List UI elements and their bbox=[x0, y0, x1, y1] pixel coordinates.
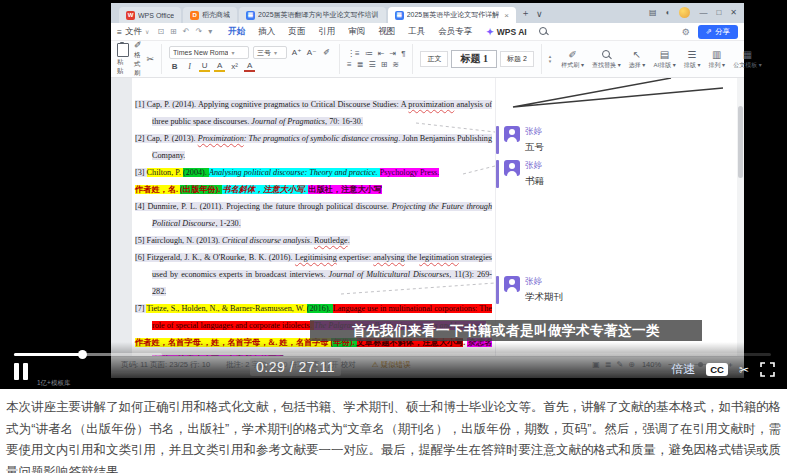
video-subtitle: 首先我们来看一下书籍或者是叫做学术专著这一类 bbox=[310, 320, 702, 341]
clear-format-icon[interactable]: ✐ bbox=[321, 48, 332, 57]
browser-tab[interactable]: WWPS Office bbox=[119, 7, 181, 23]
menu-tab-页面[interactable]: 页面 bbox=[288, 26, 305, 38]
windows-stack-icon[interactable]: ▤ bbox=[649, 8, 657, 17]
format-painter-button[interactable]: ✐ 格式刷 bbox=[134, 40, 142, 78]
superscript-button[interactable]: x² bbox=[229, 62, 240, 71]
tab-close-icon[interactable]: × bbox=[504, 11, 509, 20]
cut-icon[interactable]: ✂ bbox=[147, 54, 155, 64]
comment-text: 学术期刊 bbox=[525, 291, 563, 304]
video-player[interactable]: WWPS OfficeD稻壳商城≣2025届英语翻译方向毕业论文写作培训≣202… bbox=[0, 0, 787, 389]
search-icon[interactable] bbox=[539, 27, 547, 37]
align-center-icon[interactable]: ≣ bbox=[357, 60, 364, 69]
comment-card[interactable]: 张婷学术期刊 bbox=[496, 276, 563, 304]
chevron-down-icon: ▾ bbox=[231, 49, 234, 56]
browser-tab[interactable]: ≣2025届英语翻译方向毕业论文写作培训 bbox=[239, 7, 386, 23]
tab-list-dropdown-icon[interactable]: ∨ bbox=[536, 9, 543, 19]
doc-icon: ▤ bbox=[660, 49, 669, 60]
menu-tab-插入[interactable]: 插入 bbox=[258, 26, 275, 38]
reference-list: [1] Cap, P. (2014). Applying cognitive p… bbox=[135, 96, 492, 356]
comment-card[interactable]: 张婷五号 bbox=[496, 126, 544, 154]
lecture-summary-text: 本次讲座主要讲解了如何正确引用和格式化文献，包括书籍、学术期刊、硕士和博士毕业论… bbox=[0, 389, 787, 473]
align-left-icon[interactable]: ≡ bbox=[347, 60, 352, 69]
paste-label: 粘贴 bbox=[117, 58, 129, 76]
gear-icon[interactable]: ⚙ bbox=[682, 27, 690, 37]
redo-icon[interactable]: ↷ bbox=[195, 27, 202, 36]
menu-tab-引用[interactable]: 引用 bbox=[318, 26, 335, 38]
minimize-button[interactable]: — bbox=[699, 8, 707, 17]
maximize-button[interactable]: □ bbox=[716, 8, 721, 17]
tool-cursor[interactable]: ↖选择 ▾ bbox=[626, 49, 649, 70]
grow-font-button[interactable]: A⁺ bbox=[291, 48, 302, 57]
menu-tab-审阅[interactable]: 审阅 bbox=[348, 26, 365, 38]
progress-bar[interactable] bbox=[14, 353, 771, 356]
comments-panel-divider bbox=[495, 78, 496, 356]
menu-tab-工具[interactable]: 工具 bbox=[408, 26, 425, 38]
paragraph-mark-icon[interactable]: ¶ bbox=[401, 49, 405, 58]
browser-tab[interactable]: D稻壳商城 bbox=[183, 7, 237, 23]
menu-tab-视图[interactable]: 视图 bbox=[378, 26, 395, 38]
align-justify-icon[interactable]: ☰ bbox=[368, 60, 375, 69]
tool-pen[interactable]: ✐样式刷 ▾ bbox=[558, 49, 587, 70]
font-size-select[interactable]: 三号 ▾ bbox=[253, 46, 287, 59]
bullet-list-icon[interactable]: ⋮≡ bbox=[347, 49, 360, 58]
styles-scroll-arrows[interactable]: ▴▾ bbox=[549, 54, 552, 64]
print-icon[interactable]: ⊞ bbox=[170, 27, 177, 36]
underline-button[interactable]: U bbox=[199, 61, 210, 72]
clip-scissors-icon[interactable]: ✂ bbox=[739, 363, 749, 377]
menu-tab-开始[interactable]: 开始 bbox=[228, 26, 245, 38]
scrollbar-thumb[interactable] bbox=[738, 106, 743, 178]
editing-tools-group: ✐样式刷 ▾查找替换 ▾↖选择 ▾▤AI排版 ▾☰排版 ▾▥排列 ▾▦公文模板 … bbox=[558, 44, 771, 74]
style-preset[interactable]: 标题 1 bbox=[451, 50, 497, 68]
globe-icon[interactable]: ◐ bbox=[666, 8, 671, 17]
paste-button[interactable]: 粘贴 bbox=[117, 43, 129, 76]
shading-icon[interactable]: ⊞ bbox=[381, 60, 388, 69]
menu-tab-会员专享[interactable]: 会员专享 bbox=[438, 26, 472, 38]
layers-icon: ▥ bbox=[712, 49, 721, 60]
font-size-value: 三号 bbox=[257, 48, 271, 58]
pause-button[interactable] bbox=[14, 363, 28, 380]
tool-layers[interactable]: ▥排列 ▾ bbox=[705, 49, 728, 70]
font-name-value: Times New Roma bbox=[173, 49, 228, 56]
indent-icon[interactable]: ⇥ bbox=[389, 49, 396, 58]
playback-speed-button[interactable]: 倍速 bbox=[671, 361, 695, 378]
numbered-list-icon[interactable]: ≔ bbox=[365, 49, 373, 58]
playhead-knob[interactable] bbox=[78, 350, 87, 359]
tool-search[interactable]: 查找替换 ▾ bbox=[589, 49, 624, 70]
subtitles-cc-button[interactable]: CC bbox=[706, 363, 728, 376]
player-bottom-bar bbox=[0, 378, 787, 389]
comment-author: 张婷 bbox=[525, 160, 544, 172]
fullscreen-icon[interactable] bbox=[760, 362, 775, 377]
shrink-font-button[interactable]: A⁻ bbox=[306, 48, 317, 57]
wps-ai-menu[interactable]: ✦ WPS AI bbox=[486, 27, 526, 37]
save-icon[interactable]: ⊡ bbox=[157, 27, 164, 36]
chevron-down-icon: ▾ bbox=[274, 49, 277, 56]
highlight-color-button[interactable]: A bbox=[214, 61, 225, 72]
tool-label: 样式刷 ▾ bbox=[561, 61, 584, 70]
style-preset[interactable]: 正文 bbox=[420, 51, 448, 67]
close-button[interactable]: ✕ bbox=[730, 8, 737, 17]
lines-icon: ☰ bbox=[688, 49, 697, 60]
outdent-icon[interactable]: ⇤ bbox=[378, 49, 385, 58]
browser-tab[interactable]: ≣2025届英语毕业论文写作详解× bbox=[388, 7, 516, 23]
comment-author: 张婷 bbox=[525, 276, 563, 288]
share-button[interactable]: ⇗ 分享 bbox=[698, 25, 738, 39]
menu-bar: ≡ 文件 ∨ ⊡ ⊞ ↶ ↷ ▾ 开始插入页面引用审阅视图工具会员专享 ✦ WP… bbox=[111, 23, 744, 41]
font-color-button[interactable]: A bbox=[244, 61, 255, 72]
quick-access-toolbar: ⊡ ⊞ ↶ ↷ ▾ bbox=[157, 27, 212, 36]
bold-button[interactable]: B bbox=[169, 62, 180, 71]
new-tab-button[interactable]: ＋ bbox=[521, 7, 530, 20]
line-spacing-icon[interactable]: ≋ bbox=[392, 60, 399, 69]
tool-lines[interactable]: ☰排版 ▾ bbox=[681, 49, 704, 70]
undo-icon[interactable]: ↶ bbox=[183, 27, 190, 36]
tool-label: AI排版 ▾ bbox=[653, 61, 675, 70]
more-icon[interactable]: ▾ bbox=[208, 27, 212, 36]
vertical-scrollbar[interactable] bbox=[737, 78, 744, 356]
style-preset[interactable]: 标题 2 bbox=[500, 51, 534, 67]
file-menu[interactable]: ≡ 文件 ∨ bbox=[117, 26, 149, 38]
font-name-select[interactable]: Times New Roma ▾ bbox=[169, 46, 249, 59]
tool-doc[interactable]: ▤AI排版 ▾ bbox=[650, 49, 678, 70]
comment-card[interactable]: 张婷书籍 bbox=[496, 160, 544, 188]
account-avatar[interactable] bbox=[679, 7, 690, 18]
tool-grid[interactable]: ▦公文模板 ▾ bbox=[730, 49, 765, 70]
italic-button[interactable]: I bbox=[184, 62, 195, 71]
